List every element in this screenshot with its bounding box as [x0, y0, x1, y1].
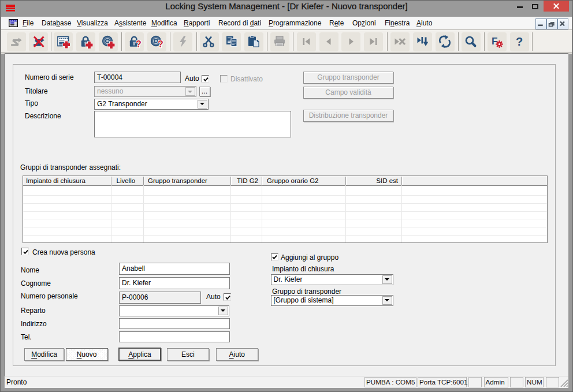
- svg-text:?: ?: [516, 35, 523, 48]
- svg-text:F: F: [492, 36, 497, 47]
- svg-text:?: ?: [158, 39, 163, 49]
- svg-text:?: ?: [136, 39, 142, 49]
